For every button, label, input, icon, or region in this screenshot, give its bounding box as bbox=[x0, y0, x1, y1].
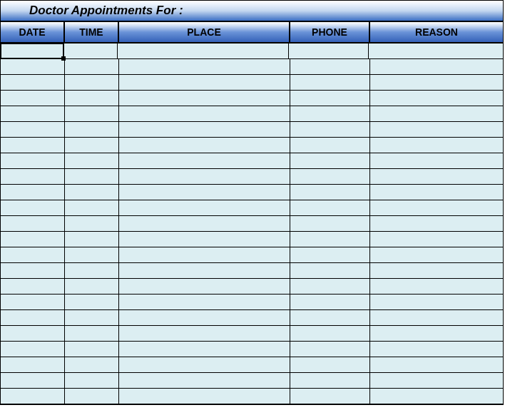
cell-time[interactable] bbox=[65, 357, 119, 372]
cell-date[interactable] bbox=[1, 389, 65, 404]
cell-place[interactable] bbox=[119, 326, 290, 341]
cell-reason[interactable] bbox=[370, 389, 503, 404]
cell-time[interactable] bbox=[65, 247, 119, 262]
cell-place[interactable] bbox=[119, 357, 290, 372]
cell-place[interactable] bbox=[119, 200, 290, 215]
cell-reason[interactable] bbox=[370, 138, 503, 153]
cell-phone[interactable] bbox=[290, 200, 370, 215]
cell-reason[interactable] bbox=[370, 75, 503, 90]
cell-time[interactable] bbox=[65, 216, 119, 231]
cell-date[interactable] bbox=[1, 216, 65, 231]
cell-place[interactable] bbox=[118, 43, 289, 58]
cell-time[interactable] bbox=[65, 153, 119, 168]
cell-time[interactable] bbox=[65, 279, 119, 294]
cell-phone[interactable] bbox=[290, 310, 370, 325]
header-date[interactable]: DATE bbox=[1, 22, 65, 42]
cell-date[interactable] bbox=[1, 247, 65, 262]
cell-reason[interactable] bbox=[370, 247, 503, 262]
cell-reason[interactable] bbox=[370, 200, 503, 215]
cell-time[interactable] bbox=[65, 185, 119, 200]
cell-place[interactable] bbox=[119, 216, 290, 231]
cell-reason[interactable] bbox=[370, 279, 503, 294]
header-place[interactable]: PLACE bbox=[119, 22, 290, 42]
cell-date[interactable] bbox=[1, 75, 65, 90]
cell-place[interactable] bbox=[119, 279, 290, 294]
cell-place[interactable] bbox=[119, 232, 290, 247]
cell-phone[interactable] bbox=[289, 43, 369, 58]
cell-time[interactable] bbox=[65, 373, 119, 388]
cell-place[interactable] bbox=[119, 310, 290, 325]
cell-reason[interactable] bbox=[370, 373, 503, 388]
header-phone[interactable]: PHONE bbox=[290, 22, 370, 42]
cell-time[interactable] bbox=[65, 232, 119, 247]
cell-phone[interactable] bbox=[290, 326, 370, 341]
cell-phone[interactable] bbox=[290, 357, 370, 372]
cell-date[interactable] bbox=[1, 106, 65, 121]
cell-reason[interactable] bbox=[370, 185, 503, 200]
cell-phone[interactable] bbox=[290, 247, 370, 262]
cell-phone[interactable] bbox=[290, 279, 370, 294]
cell-phone[interactable] bbox=[290, 216, 370, 231]
cell-date[interactable] bbox=[1, 169, 65, 184]
cell-phone[interactable] bbox=[290, 342, 370, 357]
cell-date[interactable] bbox=[1, 232, 65, 247]
cell-time[interactable] bbox=[65, 294, 119, 309]
cell-reason[interactable] bbox=[370, 232, 503, 247]
cell-time[interactable] bbox=[65, 263, 119, 278]
cell-place[interactable] bbox=[119, 185, 290, 200]
header-time[interactable]: TIME bbox=[65, 22, 119, 42]
cell-time[interactable] bbox=[63, 43, 118, 58]
cell-time[interactable] bbox=[65, 169, 119, 184]
cell-date[interactable] bbox=[0, 43, 64, 59]
cell-phone[interactable] bbox=[290, 232, 370, 247]
cell-place[interactable] bbox=[119, 138, 290, 153]
cell-date[interactable] bbox=[1, 91, 65, 106]
cell-reason[interactable] bbox=[370, 216, 503, 231]
cell-place[interactable] bbox=[119, 294, 290, 309]
cell-reason[interactable] bbox=[370, 263, 503, 278]
cell-phone[interactable] bbox=[290, 122, 370, 137]
cell-time[interactable] bbox=[65, 200, 119, 215]
cell-date[interactable] bbox=[1, 138, 65, 153]
cell-reason[interactable] bbox=[370, 342, 503, 357]
cell-place[interactable] bbox=[119, 122, 290, 137]
cell-time[interactable] bbox=[65, 91, 119, 106]
cell-reason[interactable] bbox=[370, 357, 503, 372]
cell-place[interactable] bbox=[119, 342, 290, 357]
cell-date[interactable] bbox=[1, 294, 65, 309]
cell-phone[interactable] bbox=[290, 153, 370, 168]
cell-date[interactable] bbox=[1, 200, 65, 215]
cell-place[interactable] bbox=[119, 153, 290, 168]
cell-time[interactable] bbox=[65, 342, 119, 357]
cell-reason[interactable] bbox=[370, 294, 503, 309]
cell-phone[interactable] bbox=[290, 91, 370, 106]
cell-phone[interactable] bbox=[290, 294, 370, 309]
cell-date[interactable] bbox=[1, 373, 65, 388]
cell-place[interactable] bbox=[119, 75, 290, 90]
cell-reason[interactable] bbox=[370, 91, 503, 106]
cell-date[interactable] bbox=[1, 122, 65, 137]
cell-reason[interactable] bbox=[370, 310, 503, 325]
cell-phone[interactable] bbox=[290, 106, 370, 121]
cell-date[interactable] bbox=[1, 357, 65, 372]
cell-reason[interactable] bbox=[370, 326, 503, 341]
cell-date[interactable] bbox=[1, 342, 65, 357]
cell-date[interactable] bbox=[1, 59, 65, 74]
cell-date[interactable] bbox=[1, 310, 65, 325]
cell-reason[interactable] bbox=[370, 106, 503, 121]
cell-phone[interactable] bbox=[290, 263, 370, 278]
cell-place[interactable] bbox=[119, 106, 290, 121]
cell-date[interactable] bbox=[1, 153, 65, 168]
cell-phone[interactable] bbox=[290, 138, 370, 153]
cell-time[interactable] bbox=[65, 389, 119, 404]
cell-phone[interactable] bbox=[290, 59, 370, 74]
cell-place[interactable] bbox=[119, 59, 290, 74]
cell-date[interactable] bbox=[1, 185, 65, 200]
cell-phone[interactable] bbox=[290, 389, 370, 404]
cell-place[interactable] bbox=[119, 91, 290, 106]
cell-place[interactable] bbox=[119, 169, 290, 184]
cell-date[interactable] bbox=[1, 326, 65, 341]
cell-place[interactable] bbox=[119, 373, 290, 388]
cell-reason[interactable] bbox=[370, 153, 503, 168]
cell-phone[interactable] bbox=[290, 185, 370, 200]
